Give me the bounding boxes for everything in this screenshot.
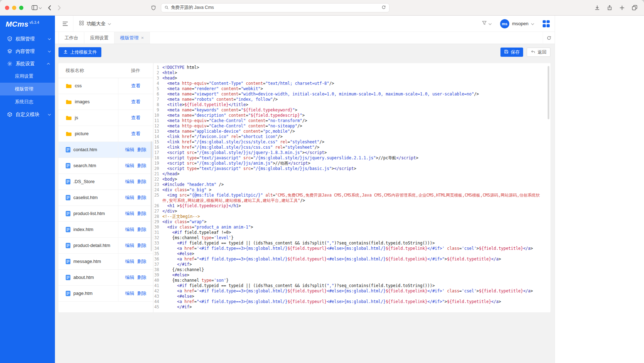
new-tab-icon[interactable]: [617, 3, 627, 12]
edit-link[interactable]: 编辑: [125, 210, 134, 217]
delete-link[interactable]: 删除: [137, 210, 146, 217]
file-row-product-detail.htm[interactable]: product-detail.htm编辑删除: [58, 238, 153, 254]
file-row-page.htm[interactable]: page.htm编辑删除: [58, 286, 153, 302]
line-number: 29: [153, 219, 162, 225]
sidebar-item-app-settings[interactable]: 应用设置: [0, 70, 55, 83]
delete-link[interactable]: 删除: [137, 258, 146, 265]
tab-app-settings[interactable]: 应用设置: [84, 32, 114, 44]
delete-link[interactable]: 删除: [137, 242, 146, 249]
file-row-contact.htm[interactable]: contact.htm编辑删除: [58, 142, 153, 158]
save-button[interactable]: 保存: [500, 48, 523, 57]
sidebar-item-custom-module[interactable]: 自定义模块: [0, 108, 55, 121]
sidebar-toggle-icon[interactable]: [30, 3, 39, 12]
file-row-caselist.htm[interactable]: caselist.htm编辑删除: [58, 190, 153, 206]
file-row-.DS_Store[interactable]: .DS_Store编辑删除: [58, 174, 153, 190]
edit-link[interactable]: 编辑: [125, 258, 134, 265]
tab-template-manage[interactable]: 模版管理×: [114, 32, 150, 44]
view-link[interactable]: 查看: [131, 131, 140, 137]
code-lines: 1<!DOCTYPE html>2<html>3<head>4 <meta ht…: [153, 65, 550, 310]
code-text: <div class="wrap">: [162, 219, 550, 225]
view-link[interactable]: 查看: [131, 83, 140, 89]
edit-link[interactable]: 编辑: [125, 290, 134, 297]
address-text: 免费开源的 Java Cms: [171, 5, 381, 11]
code-line: 38 {/ms:channel}: [153, 267, 550, 273]
edit-link[interactable]: 编辑: [125, 274, 134, 281]
sidebar-item-label: 系统日志: [15, 99, 50, 105]
reload-icon[interactable]: [381, 5, 386, 11]
refresh-icon[interactable]: [543, 32, 555, 44]
return-button[interactable]: 返回: [527, 48, 550, 57]
delete-link[interactable]: 删除: [137, 147, 146, 153]
sidebar-item-system-log[interactable]: 系统日志: [0, 95, 55, 108]
delete-link[interactable]: 删除: [137, 290, 146, 297]
tab-overview-icon[interactable]: [630, 3, 639, 12]
line-number: 15: [153, 139, 162, 145]
sidebar-item-permissions[interactable]: 权限管理: [0, 33, 55, 45]
code-line: 5 <meta name="renderer" content="webkit"…: [153, 86, 550, 92]
edit-link[interactable]: 编辑: [125, 194, 134, 201]
sidebar-item-system-settings[interactable]: 系统设置: [0, 57, 55, 70]
code-text: <script type="text/javascript" src="/{ms…: [162, 155, 550, 161]
edit-link[interactable]: 编辑: [125, 163, 134, 169]
file-name: caselist.htm: [73, 194, 111, 201]
code-text: <title>${field.typetitle}</title>: [162, 102, 550, 108]
file-row-picture[interactable]: picture查看: [58, 126, 153, 142]
file-row-message.htm[interactable]: message.htm编辑删除: [58, 254, 153, 270]
sidebar-item-template-manage[interactable]: 模版管理: [0, 83, 55, 95]
file-row-product-list.htm[interactable]: product-list.htm编辑删除: [58, 206, 153, 222]
user-menu[interactable]: ms msopen: [500, 19, 533, 28]
upload-template-button[interactable]: 上传模板文件: [58, 47, 101, 57]
nav-forward-button[interactable]: [55, 3, 64, 12]
downloads-icon[interactable]: [593, 3, 602, 12]
filter-button[interactable]: [482, 20, 491, 27]
code-line: 6 <meta name="viewport" content="width=d…: [153, 92, 550, 97]
folder-icon: [66, 131, 72, 137]
edit-link[interactable]: 编辑: [125, 178, 134, 185]
code-line: 25 <img src="{@ms:file field.typelitpic/…: [153, 193, 550, 203]
code-text: <a href='<#if field.type==3>{ms:global.h…: [162, 288, 550, 294]
file-row-search.htm[interactable]: search.htm编辑删除: [58, 158, 153, 174]
scrollbar[interactable]: [548, 66, 549, 119]
share-icon[interactable]: [605, 3, 614, 12]
file-name: page.htm: [73, 290, 111, 297]
delete-link[interactable]: 删除: [137, 163, 146, 169]
zoom-window-button[interactable]: [19, 6, 23, 10]
edit-link[interactable]: 编辑: [125, 147, 134, 153]
apps-grid-icon[interactable]: [543, 20, 550, 27]
collapse-sidebar-icon[interactable]: [57, 16, 73, 32]
sidebar-item-content[interactable]: 内容管理: [0, 45, 55, 57]
edit-link[interactable]: 编辑: [125, 226, 134, 233]
code-text: <#if field.typeid == typeid || (ids?has_…: [162, 241, 550, 246]
chevron-down-icon: [488, 22, 491, 25]
line-number: 11: [153, 118, 162, 123]
view-link[interactable]: 查看: [131, 99, 140, 105]
window-controls: [5, 6, 23, 10]
all-features-menu[interactable]: 功能大全: [73, 16, 116, 32]
tab-workbench[interactable]: 工作台: [58, 32, 84, 44]
delete-link[interactable]: 删除: [137, 194, 146, 201]
file-row-js[interactable]: js查看: [58, 110, 153, 126]
file-row-css[interactable]: css查看: [58, 78, 153, 94]
scrollbar[interactable]: [151, 141, 152, 251]
view-link[interactable]: 查看: [131, 115, 140, 121]
close-window-button[interactable]: [5, 6, 9, 10]
content-area: 上传模板文件 保存 返回: [55, 44, 555, 363]
file-icon: [66, 163, 71, 169]
file-row-about.htm[interactable]: about.htm编辑删除: [58, 270, 153, 286]
code-line: 16 <link href="/{ms:global.style/}css/cs…: [153, 145, 550, 150]
delete-link[interactable]: 删除: [137, 226, 146, 233]
code-editor[interactable]: 1<!DOCTYPE html>2<html>3<head>4 <meta ht…: [153, 63, 550, 312]
file-row-index.htm[interactable]: index.htm编辑删除: [58, 222, 153, 238]
privacy-shield-icon[interactable]: [149, 3, 158, 12]
grid-icon: [79, 21, 84, 27]
minimize-window-button[interactable]: [12, 6, 16, 10]
chevron-down-icon[interactable]: [39, 6, 41, 9]
address-bar[interactable]: 免费开源的 Java Cms: [161, 3, 390, 12]
file-row-images[interactable]: images查看: [58, 94, 153, 110]
code-line: 36 <a href="<#if field.type==3>{ms:globa…: [153, 257, 550, 262]
close-icon[interactable]: ×: [141, 35, 144, 40]
delete-link[interactable]: 删除: [137, 274, 146, 281]
delete-link[interactable]: 删除: [137, 178, 146, 185]
edit-link[interactable]: 编辑: [125, 242, 134, 249]
nav-back-button[interactable]: [45, 3, 54, 12]
